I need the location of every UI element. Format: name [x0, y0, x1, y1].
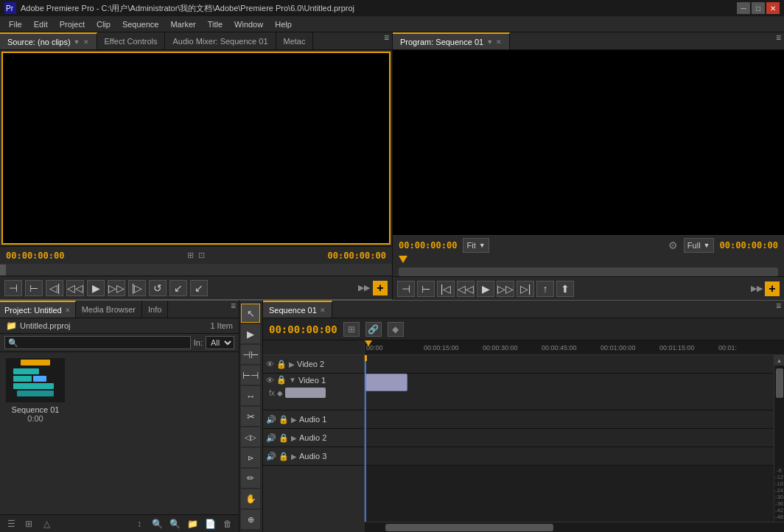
tab-program-close[interactable]: ✕	[496, 38, 502, 46]
prog-btn-play[interactable]: ▶	[477, 281, 494, 297]
video2-eye-icon[interactable]: 👁	[266, 360, 274, 368]
btn-sort[interactable]: ↕	[131, 517, 147, 531]
prog-btn-more[interactable]: ▶▶	[751, 284, 763, 293]
video1-clip[interactable]	[365, 374, 407, 391]
timeline-timecode[interactable]: 00:00:00:00	[269, 323, 337, 335]
prog-btn-mark-out[interactable]: ⊢	[417, 281, 435, 297]
prog-btn-lift[interactable]: ↑	[536, 281, 554, 297]
btn-add-panel[interactable]: +	[373, 281, 388, 295]
btn-overwrite[interactable]: ↙	[190, 280, 208, 296]
tab-source-dropdown[interactable]: ▼	[74, 38, 80, 46]
search-input[interactable]	[4, 336, 191, 349]
video1-expand-icon[interactable]: ▼	[289, 376, 296, 384]
tl-snap-btn[interactable]: ⊞	[343, 322, 360, 337]
program-timecode-left[interactable]: 00:00:00:00	[399, 240, 457, 251]
tool-razor[interactable]: ✂	[241, 407, 260, 426]
timeline-hscrollbar[interactable]	[365, 522, 784, 532]
close-button[interactable]: ✕	[766, 2, 780, 14]
track-content-video1[interactable]	[365, 374, 774, 410]
btn-loop[interactable]: ↺	[149, 280, 167, 296]
prog-btn-extract[interactable]: ⬆	[556, 281, 574, 297]
tab-effect-controls[interactable]: Effect Controls	[97, 32, 166, 49]
btn-step-fwd-mark[interactable]: ⊢	[25, 280, 43, 296]
hscroll-thumb[interactable]	[385, 524, 553, 531]
tool-ripple-edit[interactable]: ⊣⊢	[241, 345, 260, 364]
source-panel-menu[interactable]: ≡	[381, 32, 392, 49]
btn-step-back-mark[interactable]: ⊣	[4, 280, 22, 296]
menu-clip[interactable]: Clip	[91, 18, 116, 30]
tab-seq-close[interactable]: ✕	[320, 307, 326, 314]
tl-linked-btn[interactable]: 🔗	[365, 322, 382, 337]
tl-markers-btn[interactable]: ◆	[388, 322, 404, 337]
track-content-video2[interactable]	[365, 355, 774, 374]
btn-back-frame[interactable]: ◁|	[46, 280, 63, 296]
menu-help[interactable]: Help	[269, 18, 298, 30]
tool-rolling-edit[interactable]: ⊢⊣	[241, 365, 260, 385]
menu-edit[interactable]: Edit	[28, 18, 54, 30]
timeline-vscrollbar[interactable]: ▲ -6-12-18-24-30-36-42-48	[774, 355, 784, 522]
audio3-expand-icon[interactable]: ▶	[291, 452, 297, 461]
tool-track-select[interactable]: ▶	[241, 324, 260, 343]
menu-marker[interactable]: Marker	[164, 18, 201, 30]
btn-find[interactable]: 🔍	[167, 517, 183, 531]
tab-program-dropdown[interactable]: ▼	[486, 38, 493, 46]
video2-expand-icon[interactable]: ▶	[289, 360, 295, 368]
program-panel-menu[interactable]: ≡	[773, 32, 784, 49]
settings-icon[interactable]: ⚙	[668, 239, 678, 251]
btn-automate[interactable]: 🔍	[149, 517, 165, 531]
program-scrubber[interactable]	[399, 267, 778, 276]
fit-dropdown[interactable]: Fit ▼	[463, 238, 489, 253]
tab-source[interactable]: Source: (no clips) ▼ ✕	[0, 32, 97, 49]
menu-project[interactable]: Project	[54, 18, 91, 30]
tab-metadata[interactable]: Metac	[276, 32, 314, 49]
menu-file[interactable]: File	[3, 18, 28, 30]
tab-info[interactable]: Info	[142, 301, 168, 318]
prog-btn-next[interactable]: ▷▷	[497, 281, 514, 297]
btn-insert[interactable]: ↙	[169, 280, 187, 296]
full-dropdown[interactable]: Full ▼	[684, 238, 714, 253]
tool-slip[interactable]: ◁▷	[241, 427, 260, 447]
prog-btn-add[interactable]: +	[765, 281, 780, 296]
btn-icon-view[interactable]: ⊞	[21, 517, 37, 531]
tool-slide[interactable]: ⊳	[241, 448, 260, 467]
menu-sequence[interactable]: Sequence	[116, 18, 165, 30]
video2-lock-icon[interactable]: 🔒	[276, 360, 287, 369]
audio3-mute-icon[interactable]: 🔊	[266, 452, 276, 461]
btn-new-bin[interactable]: 📁	[184, 517, 200, 531]
tab-media-browser[interactable]: Media Browser	[76, 301, 142, 318]
video1-eye-icon[interactable]: 👁	[266, 376, 274, 385]
btn-more-transport[interactable]: ▶▶	[358, 283, 370, 293]
audio2-lock-icon[interactable]: 🔒	[279, 433, 289, 443]
audio1-mute-icon[interactable]: 🔊	[266, 415, 276, 424]
tab-source-close[interactable]: ✕	[83, 38, 89, 46]
vscroll-thumb[interactable]	[776, 368, 783, 398]
audio3-lock-icon[interactable]: 🔒	[279, 452, 289, 461]
timeline-panel-menu[interactable]: ≡	[773, 301, 784, 318]
tab-project[interactable]: Project: Untitled ✕	[0, 301, 76, 318]
minimize-button[interactable]: ─	[737, 2, 750, 14]
media-item-sequence01[interactable]: Sequence 01 0:00	[6, 358, 65, 423]
tab-project-close[interactable]: ✕	[65, 307, 71, 314]
audio2-expand-icon[interactable]: ▶	[291, 434, 297, 442]
tab-sequence01[interactable]: Sequence 01 ✕	[263, 301, 332, 318]
btn-list-view[interactable]: ☰	[3, 517, 19, 531]
tool-zoom[interactable]: ⊕	[241, 510, 260, 529]
btn-fwd-frame[interactable]: |▷	[128, 280, 146, 296]
prog-btn-mark-in[interactable]: ⊣	[397, 281, 415, 297]
btn-clear[interactable]: 🗑	[220, 517, 236, 531]
prog-btn-fwd-mark[interactable]: ▷|	[517, 281, 534, 297]
prog-btn-prev[interactable]: ◁◁	[457, 281, 475, 297]
audio1-expand-icon[interactable]: ▶	[291, 416, 297, 424]
video1-lock-icon[interactable]: 🔒	[276, 375, 287, 385]
track-content-audio1[interactable]	[365, 410, 774, 429]
tool-hand[interactable]: ✋	[241, 489, 260, 508]
source-timecode-right[interactable]: 00:00:00:00	[328, 251, 386, 261]
track-content-audio3[interactable]	[365, 447, 774, 466]
menu-window[interactable]: Window	[228, 18, 269, 30]
audio1-lock-icon[interactable]: 🔒	[279, 415, 289, 424]
btn-new-item[interactable]: 📄	[202, 517, 218, 531]
prog-btn-back-mark[interactable]: |◁	[437, 281, 455, 297]
track-content-audio2[interactable]	[365, 429, 774, 447]
video1-diamond-icon[interactable]: ◆	[277, 389, 283, 397]
audio2-mute-icon[interactable]: 🔊	[266, 433, 276, 443]
